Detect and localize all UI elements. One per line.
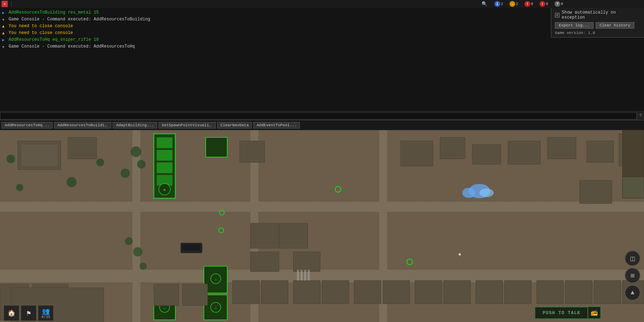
quickcmd-button-3[interactable]: SetSpawnPointVisualizationState... <box>158 122 216 128</box>
show-auto-label: Show automatically on exception <box>562 10 640 20</box>
svg-rect-41 <box>293 252 320 272</box>
svg-point-79 <box>121 169 130 178</box>
options-panel: ✓ Show automatically on exception Export… <box>551 8 644 38</box>
version-text: Game version: 1.0 <box>555 31 640 35</box>
svg-rect-39 <box>250 252 279 272</box>
search-icon[interactable]: 🔍 <box>482 1 487 7</box>
svg-rect-44 <box>401 141 433 166</box>
svg-rect-36 <box>182 244 200 250</box>
nav-icon: ▲ <box>631 289 635 296</box>
svg-rect-18 <box>157 150 172 161</box>
svg-rect-26 <box>206 137 227 157</box>
help-button[interactable]: ? <box>637 112 644 119</box>
svg-point-56 <box>479 189 494 197</box>
svg-rect-46 <box>472 145 501 164</box>
faction-button[interactable]: ⚑ <box>21 305 36 321</box>
console-panel: ▶AddResourcesToBuilding res_metal 15●Gam… <box>0 8 644 112</box>
question-count: 0 <box>561 2 563 6</box>
svg-point-11 <box>6 155 15 163</box>
svg-rect-61 <box>154 284 179 306</box>
svg-rect-62 <box>182 284 208 306</box>
push-to-talk-button[interactable]: PUSH TO TALK <box>535 307 588 319</box>
circle-icon: ● <box>2 17 7 23</box>
svg-rect-38 <box>250 223 279 248</box>
svg-rect-45 <box>440 137 465 159</box>
svg-rect-10 <box>68 137 97 159</box>
push-to-talk-area: PUSH TO TALK 📻 <box>535 306 601 319</box>
squad-icon: 👥 <box>42 307 50 315</box>
svg-point-77 <box>131 146 141 157</box>
error-count: 0 <box>531 2 533 6</box>
svg-rect-68 <box>383 280 410 304</box>
info-filter[interactable]: i 2 <box>492 0 505 8</box>
log-line: ▲You need to close console <box>2 30 642 36</box>
svg-point-78 <box>137 160 146 169</box>
error-icon: ! <box>525 1 530 7</box>
svg-rect-71 <box>476 280 503 304</box>
base-button[interactable]: 🏠 <box>4 305 19 321</box>
layers-icon: ◫ <box>630 254 635 263</box>
quickcmd-button-1[interactable]: AddResourcesToBuilding... <box>54 122 111 128</box>
svg-point-14 <box>96 158 104 166</box>
push-to-talk-icon[interactable]: 📻 <box>588 306 601 319</box>
nav-button[interactable]: ▲ <box>625 285 640 301</box>
error-filter[interactable]: ! 0 <box>522 0 535 8</box>
export-log-button[interactable]: Export log... <box>555 22 594 29</box>
arrow-icon: ▶ <box>2 10 7 16</box>
svg-rect-70 <box>444 280 470 304</box>
log-line: ▲You need to close console <box>2 23 642 30</box>
info-count: 2 <box>501 2 503 6</box>
action-buttons-row: Export log... Clear history <box>555 22 640 29</box>
svg-rect-64 <box>261 280 288 304</box>
warn-filter[interactable]: ⚠ 2 <box>507 0 520 8</box>
svg-rect-52 <box>623 177 644 198</box>
svg-rect-73 <box>537 280 564 304</box>
svg-rect-65 <box>293 280 320 304</box>
grid-button[interactable]: ⊞ <box>625 268 640 283</box>
map-background: ★ ⌂ ⌂ ⌂ <box>0 130 644 322</box>
arrow-icon: ▶ <box>2 37 7 43</box>
svg-rect-75 <box>594 280 621 304</box>
svg-rect-63 <box>233 280 259 304</box>
command-area: ? <box>0 112 644 120</box>
grid-icon: ⊞ <box>631 272 635 279</box>
toolbar: 🔍 i 2 ⚠ 2 ! 0 ! 0 ? 0 <box>0 0 644 8</box>
svg-point-87 <box>459 253 461 255</box>
show-auto-checkbox[interactable]: ✓ <box>555 13 560 18</box>
warn-count: 2 <box>516 2 518 6</box>
quickcmd-button-4[interactable]: ClearNavData <box>217 122 252 128</box>
svg-rect-67 <box>354 280 381 304</box>
svg-rect-86 <box>308 270 310 280</box>
log-text: AddResourcesToBuilding res_metal 15 <box>9 10 99 15</box>
svg-rect-9 <box>21 145 57 166</box>
quickcmd-button-0[interactable]: AddResourcesToHq... <box>1 122 53 128</box>
clear-history-button[interactable]: Clear history <box>596 22 634 29</box>
svg-rect-84 <box>301 270 303 280</box>
svg-rect-47 <box>508 141 540 164</box>
error2-count: 0 <box>546 2 548 6</box>
svg-text:⌂: ⌂ <box>215 277 217 282</box>
quickcmd-button-2[interactable]: AdaptBuilding... <box>113 122 157 128</box>
svg-rect-66 <box>322 280 349 304</box>
svg-point-55 <box>462 188 475 198</box>
error2-icon: ! <box>540 1 545 7</box>
svg-rect-49 <box>587 141 614 162</box>
svg-rect-17 <box>157 137 172 148</box>
command-input[interactable] <box>0 112 637 119</box>
error2-filter[interactable]: ! 0 <box>537 0 550 8</box>
svg-rect-69 <box>415 280 442 304</box>
log-line: ●Game Console - Command executed: AddRes… <box>2 43 642 50</box>
svg-rect-51 <box>623 130 644 177</box>
question-filter[interactable]: ? 0 <box>552 0 565 8</box>
quickcmd-button-5[interactable]: AddEventToPool... <box>253 122 300 128</box>
log-text: You need to close console <box>9 23 73 29</box>
log-text: Game Console - Command executed: AddReso… <box>9 44 135 49</box>
squad-button[interactable]: 👥 0/35 <box>38 305 54 321</box>
question-icon: ? <box>555 1 560 7</box>
svg-rect-40 <box>279 223 308 248</box>
svg-rect-74 <box>565 280 592 304</box>
show-auto-row: ✓ Show automatically on exception <box>555 10 640 20</box>
log-line: ▶AddResourcesToHq eq_sniper_rifle 10 <box>2 36 642 43</box>
map-area[interactable]: ★ ⌂ ⌂ ⌂ <box>0 130 644 322</box>
layers-button[interactable]: ◫ <box>625 250 640 266</box>
